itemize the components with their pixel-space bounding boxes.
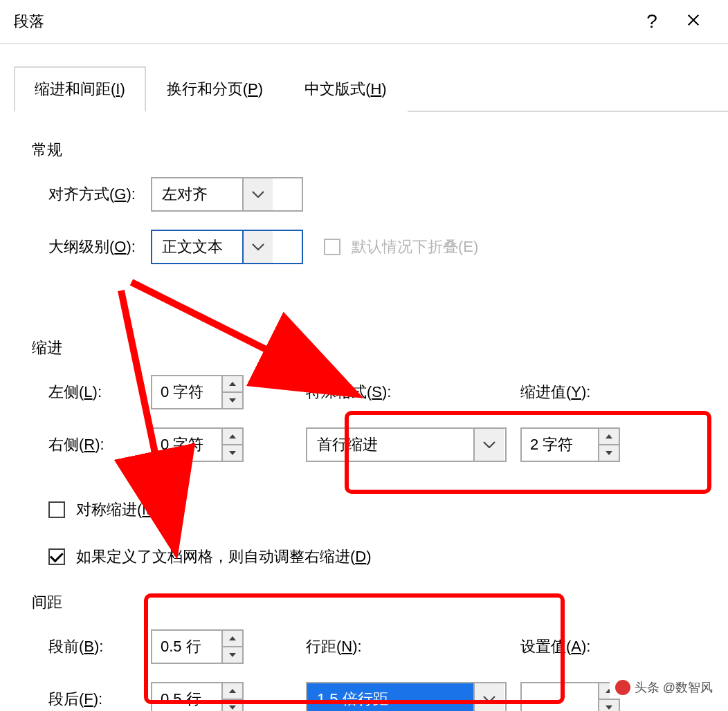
outline-combo[interactable]: 正文文本 — [151, 230, 303, 264]
svg-marker-1 — [229, 398, 236, 403]
indent-left-spinner[interactable]: 0 字符 — [151, 375, 244, 409]
line-spacing-dropdown-button[interactable] — [473, 683, 504, 711]
space-after-label: 段后(F): — [33, 689, 151, 710]
svg-marker-2 — [229, 434, 236, 438]
triangle-up-icon — [606, 434, 612, 438]
spinner-down[interactable] — [599, 445, 619, 461]
triangle-up-icon — [229, 382, 236, 386]
dialog-titlebar: 段落 ? — [0, 0, 728, 44]
outline-value: 正文文本 — [152, 231, 242, 263]
svg-marker-9 — [229, 705, 236, 710]
indent-right-value: 0 字符 — [152, 429, 221, 461]
spinner-up[interactable] — [223, 631, 242, 647]
spinner-down[interactable] — [223, 445, 242, 461]
tab-label: 中文版式(H) — [304, 80, 387, 98]
space-before-label: 段前(B): — [33, 636, 151, 657]
tab-indent-spacing[interactable]: 缩进和间距(I) — [14, 66, 146, 112]
watermark: 头条 @数智风 — [610, 676, 718, 699]
triangle-down-icon — [606, 451, 612, 455]
spinner-down[interactable] — [223, 393, 242, 408]
triangle-down-icon — [229, 705, 236, 710]
indent-right-label: 右侧(R): — [33, 434, 151, 455]
section-general: 常规 — [32, 140, 695, 160]
alignment-combo[interactable]: 左对齐 — [151, 177, 303, 212]
spinner-up[interactable] — [223, 376, 242, 393]
tab-label: 换行和分页(P) — [167, 80, 263, 98]
chevron-down-icon — [483, 696, 495, 703]
spinner-down[interactable] — [223, 700, 242, 711]
triangle-down-icon — [229, 653, 236, 657]
auto-right-indent-label: 如果定义了文档网格，则自动调整右缩进(D) — [76, 546, 372, 567]
chevron-down-icon — [252, 191, 264, 198]
svg-marker-3 — [229, 451, 236, 455]
triangle-up-icon — [229, 636, 236, 640]
indent-right-spinner[interactable]: 0 字符 — [151, 427, 244, 462]
section-spacing: 间距 — [32, 592, 695, 613]
triangle-down-icon — [606, 705, 612, 710]
spinner-down[interactable] — [223, 647, 242, 663]
watermark-logo-icon — [615, 680, 630, 695]
space-after-value: 0.5 行 — [152, 683, 221, 711]
close-button[interactable] — [673, 12, 714, 31]
alignment-dropdown-button[interactable] — [242, 178, 273, 210]
indent-by-label: 缩进值(Y): — [520, 382, 609, 403]
triangle-down-icon — [229, 398, 236, 403]
collapse-checkbox[interactable] — [324, 239, 340, 255]
svg-marker-7 — [229, 653, 236, 657]
outline-dropdown-button[interactable] — [242, 231, 273, 263]
collapse-label: 默认情况下折叠(E) — [352, 237, 478, 257]
special-format-combo[interactable]: 首行缩进 — [306, 427, 507, 462]
close-icon — [686, 12, 701, 28]
spinner-up[interactable] — [599, 429, 619, 445]
special-format-value: 首行缩进 — [307, 429, 473, 461]
section-indent: 缩进 — [32, 338, 695, 358]
svg-marker-8 — [229, 689, 236, 693]
triangle-up-icon — [229, 689, 236, 693]
triangle-up-icon — [229, 434, 236, 438]
spinner-up[interactable] — [223, 429, 242, 445]
spinner-up[interactable] — [223, 683, 242, 700]
dialog-content: 常规 对齐方式(G): 左对齐 大纲级别(O): 正文文本 默认情况下折叠(E)… — [0, 112, 728, 711]
line-spacing-label: 行距(N): — [306, 636, 424, 657]
indent-left-value: 0 字符 — [152, 376, 221, 408]
spacing-at-value — [522, 683, 598, 711]
spacing-at-label: 设置值(A): — [520, 636, 609, 657]
dialog-title: 段落 — [14, 11, 631, 32]
line-spacing-combo[interactable]: 1.5 倍行距 — [306, 682, 507, 711]
line-spacing-value: 1.5 倍行距 — [307, 683, 473, 711]
watermark-text: 头条 @数智风 — [635, 679, 713, 696]
spinner-down[interactable] — [599, 700, 619, 711]
svg-marker-5 — [606, 451, 612, 455]
chevron-down-icon — [252, 243, 264, 250]
spacing-at-spinner[interactable] — [520, 682, 620, 711]
indent-by-spinner[interactable]: 2 字符 — [520, 427, 620, 462]
indent-left-label: 左侧(L): — [33, 382, 151, 403]
special-format-dropdown-button[interactable] — [473, 429, 504, 461]
space-before-spinner[interactable]: 0.5 行 — [151, 629, 244, 664]
space-before-value: 0.5 行 — [152, 631, 221, 663]
alignment-label: 对齐方式(G): — [33, 184, 151, 205]
svg-marker-6 — [229, 636, 236, 640]
tab-bar: 缩进和间距(I) 换行和分页(P) 中文版式(H) — [14, 65, 728, 112]
tab-cjk-layout[interactable]: 中文版式(H) — [284, 66, 408, 112]
help-button[interactable]: ? — [631, 10, 673, 33]
svg-marker-0 — [229, 382, 236, 386]
space-after-spinner[interactable]: 0.5 行 — [151, 682, 244, 711]
svg-marker-11 — [606, 705, 612, 710]
mirror-indent-checkbox[interactable] — [48, 501, 65, 518]
outline-label: 大纲级别(O): — [33, 237, 151, 257]
indent-by-value: 2 字符 — [522, 429, 598, 461]
svg-marker-4 — [606, 434, 612, 438]
mirror-indent-label: 对称缩进(M) — [76, 499, 160, 520]
special-format-label: 特殊格式(S): — [306, 382, 424, 403]
chevron-down-icon — [483, 441, 495, 448]
auto-right-indent-checkbox[interactable] — [48, 548, 65, 565]
tab-label: 缩进和间距(I) — [35, 80, 125, 98]
alignment-value: 左对齐 — [152, 178, 242, 210]
triangle-down-icon — [229, 451, 236, 455]
tab-pagination[interactable]: 换行和分页(P) — [146, 66, 284, 112]
